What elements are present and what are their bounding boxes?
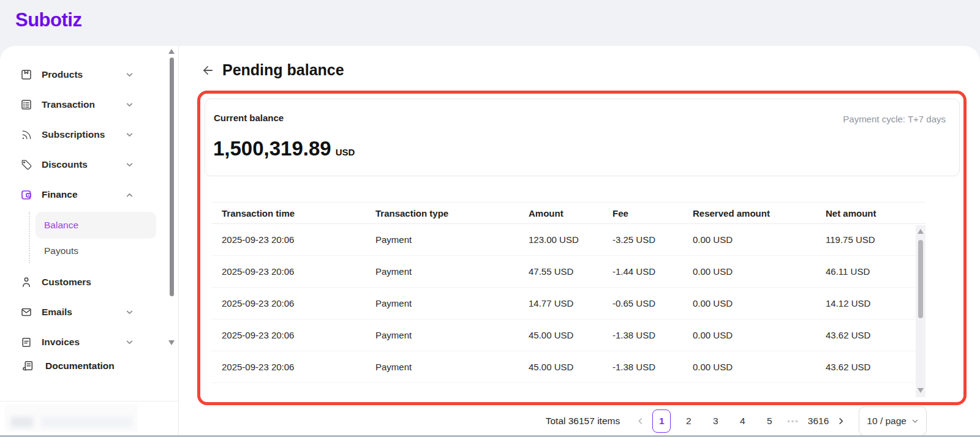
chevron-down-icon [126,338,134,346]
back-button[interactable] [201,64,214,77]
balance-currency: USD [336,147,355,157]
chevron-down-icon [911,417,919,425]
sidebar-item-label: Finance [42,189,78,200]
scroll-down-arrow[interactable] [918,388,924,393]
scroll-up-arrow[interactable] [168,49,175,54]
sidebar: Products Transaction Subscriptions [0,46,179,437]
sidebar-item-finance[interactable]: Finance [0,179,164,209]
wallet-icon [20,189,32,201]
balance-amount: 1,500,319.89USD [213,137,355,160]
user-icon [20,276,32,288]
scrollbar-thumb[interactable] [918,240,923,318]
table-scrollbar[interactable] [916,225,925,397]
page-title: Pending balance [222,61,344,79]
cell-transaction-type: Payment [375,234,412,245]
app-window: Subotiz Products Transaction [0,0,980,437]
sidebar-subitem-balance[interactable]: Balance [36,212,156,239]
sidebar-item-customers[interactable]: Customers [0,267,164,297]
transactions-table: Transaction time Transaction type Amount… [211,202,925,383]
sidebar-scrollbar[interactable] [167,48,176,349]
sidebar-item-label: Emails [42,307,72,318]
chevron-left-icon [636,417,644,425]
sidebar-item-label: Invoices [42,337,80,348]
prev-page-button[interactable] [632,409,648,433]
page-size-select[interactable]: 10 / page [859,406,927,436]
sidebar-item-discounts[interactable]: Discounts [0,149,164,179]
cell-transaction-time: 2025-09-23 20:06 [222,298,294,308]
page-button-1[interactable]: 1 [652,409,671,433]
submenu-guide-line [29,212,30,263]
sidebar-item-subscriptions[interactable]: Subscriptions [0,119,164,149]
sidebar-item-label: Transaction [42,99,95,110]
cell-net-amount: 119.75 USD [826,234,875,245]
column-header-transaction-type: Transaction type [375,208,448,219]
chevron-down-icon [126,70,134,78]
sidebar-item-transaction[interactable]: Transaction [0,89,164,119]
cell-amount: 47.55 USD [529,266,573,277]
page-button-4[interactable]: 4 [733,409,752,433]
cell-transaction-type: Payment [375,298,412,308]
cell-fee: -1.38 USD [612,330,655,340]
user-name-blurred [42,417,132,427]
page-button-2[interactable]: 2 [679,409,698,433]
sidebar-item-label: Discounts [42,159,88,170]
balance-label: Current balance [214,113,284,123]
cell-amount: 45.00 USD [529,330,573,340]
sidebar-item-products[interactable]: Products [0,59,164,89]
cell-fee: -1.38 USD [612,362,655,372]
user-profile-blurred[interactable] [5,405,137,431]
cell-reserved-amount: 0.00 USD [693,330,733,340]
cell-net-amount: 14.12 USD [826,298,870,308]
sidebar-subitem-payouts[interactable]: Payouts [0,239,164,263]
app-logo[interactable]: Subotiz [15,9,81,31]
cell-reserved-amount: 0.00 USD [693,298,733,308]
sidebar-item-label: Customers [42,277,91,288]
next-page-button[interactable] [833,409,849,433]
scrollbar-thumb[interactable] [170,58,174,296]
chevron-down-icon [126,308,134,316]
cell-amount: 45.00 USD [529,362,573,372]
page-size-value: 10 / page [867,416,907,427]
sidebar-item-emails[interactable]: Emails [0,297,164,327]
table-row: 2025-09-23 20:06 Payment 123.00 USD -3.2… [211,224,925,256]
cell-fee: -3.25 USD [612,234,655,245]
chevron-down-icon [126,100,134,108]
sidebar-subitem-label: Payouts [44,245,78,256]
package-icon [20,69,32,81]
page-button-3[interactable]: 3 [706,409,725,433]
cell-transaction-time: 2025-09-23 20:06 [222,362,294,372]
sidebar-item-label: Products [42,69,83,80]
sidebar-item-invoices[interactable]: Invoices [0,327,164,349]
cell-transaction-time: 2025-09-23 20:06 [222,330,294,340]
sidebar-menu: Products Transaction Subscriptions [0,59,164,349]
column-header-reserved-amount: Reserved amount [693,208,770,219]
cell-net-amount: 43.62 USD [826,330,870,340]
page-button-5[interactable]: 5 [760,409,778,433]
chevron-right-icon [837,417,845,425]
cell-fee: -1.44 USD [612,266,655,277]
page-button-last[interactable]: 3616 [808,409,829,433]
cell-transaction-time: 2025-09-23 20:06 [222,266,294,277]
sidebar-item-documentation[interactable]: Documentation [0,351,164,381]
scroll-up-arrow[interactable] [918,229,924,234]
cell-net-amount: 46.11 USD [826,266,870,277]
sidebar-item-label: Subscriptions [42,129,105,140]
table-row: 2025-09-23 20:06 Payment 47.55 USD -1.44… [211,256,925,288]
mail-icon [20,306,32,318]
cell-reserved-amount: 0.00 USD [693,234,733,245]
arrow-left-icon [201,64,214,77]
table-row: 2025-09-23 20:06 Payment 45.00 USD -1.38… [211,351,925,383]
sidebar-divider [0,401,178,402]
column-header-amount: Amount [529,208,564,219]
cell-transaction-time: 2025-09-23 20:06 [222,234,294,245]
cell-amount: 123.00 USD [529,234,579,245]
tag-icon [20,159,32,171]
table-header-row: Transaction time Transaction type Amount… [211,202,925,224]
scroll-down-arrow[interactable] [168,340,175,345]
invoice-icon [20,336,32,348]
documentation-icon [21,359,34,372]
sidebar-item-label: Documentation [45,360,115,372]
pagination-ellipsis[interactable]: ••• [787,417,799,426]
list-icon [20,99,32,111]
chevron-up-icon [126,190,134,198]
